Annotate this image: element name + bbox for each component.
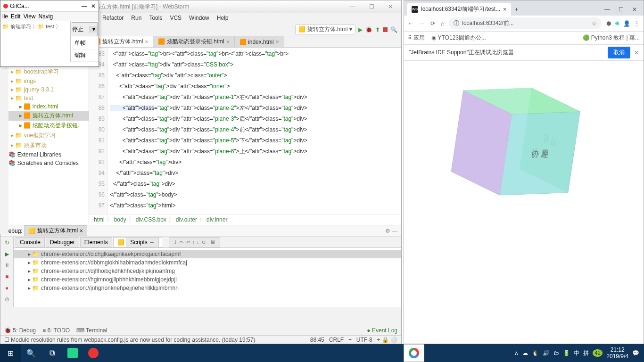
pause-icon[interactable]: ⏸ (4, 262, 10, 269)
webstorm-taskbar[interactable] (62, 344, 83, 362)
debug-session-tab[interactable]: 🟨 旋转立方体.html × (24, 225, 87, 236)
gifcam-titlebar[interactable]: GifCa... —✕ (0, 0, 99, 12)
terminal-tw[interactable]: ⌨ Terminal (76, 327, 107, 334)
elements-tab[interactable]: Elements (80, 237, 112, 247)
forward-icon[interactable]: → (419, 20, 425, 27)
avatar-icon[interactable]: 👤 (623, 20, 630, 27)
apps-icon[interactable]: ⠿ 应用 (408, 34, 425, 42)
browser-tab[interactable]: WS localhost:63342/前端学习/test... × (407, 3, 511, 16)
line-gutter: 838485868788899091929394959697 (89, 48, 108, 214)
ch-max-icon[interactable]: ☐ (619, 6, 624, 13)
mute-bp-icon[interactable]: ⊘ (5, 296, 9, 303)
search-icon[interactable]: 🔍 (390, 26, 397, 33)
bm-py[interactable]: 🟢 Python3 教程 | 菜... (583, 34, 640, 42)
stop-button[interactable]: 停止 ▾ (72, 22, 98, 36)
tree-node[interactable]: ▸ 📚 External Libraries (0, 150, 89, 159)
script-item[interactable]: ▸ 📁 chrome-extension://jnhgnonknehpejjne… (14, 284, 401, 292)
scripts-list[interactable]: ▸ 📁 chrome-extension://cichglkaajpnkaekp… (14, 248, 401, 307)
rerun-icon[interactable]: ↻ (5, 239, 9, 246)
gifcam-taskbar[interactable] (83, 344, 104, 362)
bookmarks-bar: ⠿ 应用 ◉ YTO123圆通办公... 🟢 Python3 教程 | 菜... (404, 32, 644, 45)
menu-tools[interactable]: Tools (146, 14, 165, 22)
task-view-button[interactable]: ⧉ (41, 344, 62, 362)
tray-up-icon[interactable]: ∧ (514, 350, 519, 356)
chrome-taskbar[interactable] (404, 344, 424, 362)
infobar-close-icon[interactable]: ✕ (634, 49, 639, 56)
back-icon[interactable]: ← (408, 20, 413, 27)
encoding[interactable]: UTF-8 (356, 337, 372, 343)
ext1-icon[interactable]: ⬢ (606, 20, 611, 27)
ch-close-icon[interactable]: ✕ (632, 6, 637, 13)
start-button[interactable]: ⊞ (0, 344, 21, 362)
tree-node[interactable]: ▸ 📁 imgs (0, 77, 89, 85)
breakpoints-icon[interactable]: ● (5, 285, 8, 291)
star-icon[interactable]: ☆ (592, 20, 597, 27)
editor-tab[interactable]: 🟧 index.html × (235, 36, 284, 47)
script-item[interactable]: ▸ 📁 chrome-extension://dbbmgiokhlhabimad… (14, 258, 401, 267)
menu-icon[interactable]: ⋮ (634, 20, 640, 27)
menu-refactor[interactable]: Refactor (99, 14, 126, 22)
editor-tab[interactable]: 🟧 炫酷动态登录按钮.html × (153, 36, 234, 47)
single-frame-button[interactable]: 单帧 (71, 37, 99, 49)
tab-close-icon[interactable]: × (503, 6, 506, 13)
scripts-tab[interactable]: 🟨 Scripts → (113, 237, 163, 247)
debug-tw[interactable]: 🐞 5: Debug (4, 327, 36, 334)
script-item[interactable]: ▸ 📁 chrome-extension://hgimnogjllphhhkhl… (14, 275, 401, 284)
cancel-button[interactable]: 取消 (608, 47, 630, 58)
tree-node[interactable]: ▸ 📁 jquery-3.3.1 (0, 85, 89, 94)
reload-icon[interactable]: ⟳ (430, 20, 435, 27)
edit-button[interactable]: 编辑 (71, 49, 99, 62)
resume-icon[interactable]: ▶ (5, 251, 9, 257)
clock[interactable]: 21:12 2019/9/4 (606, 346, 628, 360)
search-button[interactable]: 🔍 (21, 344, 41, 362)
tree-node[interactable]: ▸ 🟧 炫酷动态登录按钮. (0, 121, 89, 131)
notifications-icon[interactable]: 💬 (632, 350, 639, 356)
close-icon[interactable]: ✕ (383, 3, 397, 10)
line-sep[interactable]: CRLF (329, 337, 344, 343)
gifcam-window[interactable]: GifCa... —✕ ile Edit View Navig 📁 前端学习 〉… (0, 0, 99, 67)
ch-min-icon[interactable]: — (604, 6, 610, 13)
script-item[interactable]: ▸ 📁 chrome-extension://cichglkaajpnkaekp… (14, 250, 401, 258)
gc-close-icon[interactable]: ✕ (91, 3, 96, 9)
code-content[interactable]: <"attr">class="tag">br><"attr">class="ta… (108, 48, 401, 214)
chrome-tabstrip[interactable]: WS localhost:63342/前端学习/test... × + — ☐ … (404, 0, 644, 16)
tree-node[interactable]: ▸ 📁 vue框架学习 (0, 131, 89, 140)
console-tab[interactable]: Console (16, 237, 45, 247)
bm-yto[interactable]: ◉ YTO123圆通办公... (431, 34, 486, 42)
editor: 🟧 旋转立方体.html ×🟧 炫酷动态登录按钮.html ×🟧 index.h… (89, 36, 401, 225)
run-config-select[interactable]: 🟨 旋转立方体.html ▾ (295, 25, 355, 34)
editor-breadcrumb[interactable]: html〉body〉div.CSS.box〉div.outer〉div.inne… (89, 214, 401, 225)
info-icon[interactable]: ⓘ (454, 19, 459, 27)
menu-run[interactable]: Run (128, 14, 144, 22)
tree-node[interactable]: ▸ 📚 Scratches and Consoles (0, 159, 89, 167)
menu-vcs[interactable]: VCS (167, 14, 184, 22)
event-log[interactable]: ● Event Log (367, 327, 397, 334)
step-icons[interactable]: ⤓ ↷ ↶ ↑ ↓ ⟲ 🖩 (169, 237, 220, 247)
home-icon[interactable]: ⌂ (441, 20, 444, 27)
script-item[interactable]: ▸ 📁 chrome-extension://djflhoibgkdhkhhce… (14, 267, 401, 275)
chevron-down-icon[interactable]: ▾ (90, 26, 97, 33)
debug-icon[interactable]: 🐞 (365, 26, 372, 33)
tree-node[interactable]: ▸ 🟧 旋转立方体.html (0, 111, 89, 121)
url-field[interactable]: ⓘ localhost:63342/前... ☆ (449, 17, 602, 29)
system-tray[interactable]: ∧ ☁ 🐧 🔊 🗁 🔋 中 拼 42 21:12 2019/9/4 💬 (514, 346, 644, 360)
debugger-tab[interactable]: Debugger (46, 237, 79, 247)
coverage-icon[interactable]: ⬆ (375, 26, 380, 33)
stop-debug-icon[interactable]: ■ (5, 273, 8, 280)
menu-window[interactable]: Window (186, 14, 212, 22)
tree-node[interactable]: ▸ 🟧 index.html (0, 102, 89, 111)
debug-settings-icon[interactable]: ⚙ — (385, 228, 397, 234)
tree-node[interactable]: ▸ 📁 跳蚤市场 (0, 140, 89, 150)
project-tree[interactable]: ▸ 📁 前端学习 C:\Us▸ 📁 bootstrap-▸ 📁 bootstra… (0, 48, 89, 225)
maximize-icon[interactable]: ☐ (364, 3, 379, 10)
stop-icon[interactable] (383, 27, 388, 32)
todo-tw[interactable]: ≡ 6: TODO (42, 327, 70, 334)
tree-node[interactable]: ▸ 📁 test (0, 94, 89, 102)
gc-min-icon[interactable]: — (82, 3, 87, 9)
menu-help[interactable]: Help (214, 14, 231, 22)
new-tab-icon[interactable]: + (511, 6, 522, 16)
minimize-icon[interactable]: — (346, 3, 360, 10)
tree-node[interactable]: ▸ 📁 bootstrap学习 (0, 67, 89, 77)
ext2-icon[interactable]: ❋ (615, 20, 619, 27)
run-icon[interactable]: ▶ (358, 26, 363, 33)
